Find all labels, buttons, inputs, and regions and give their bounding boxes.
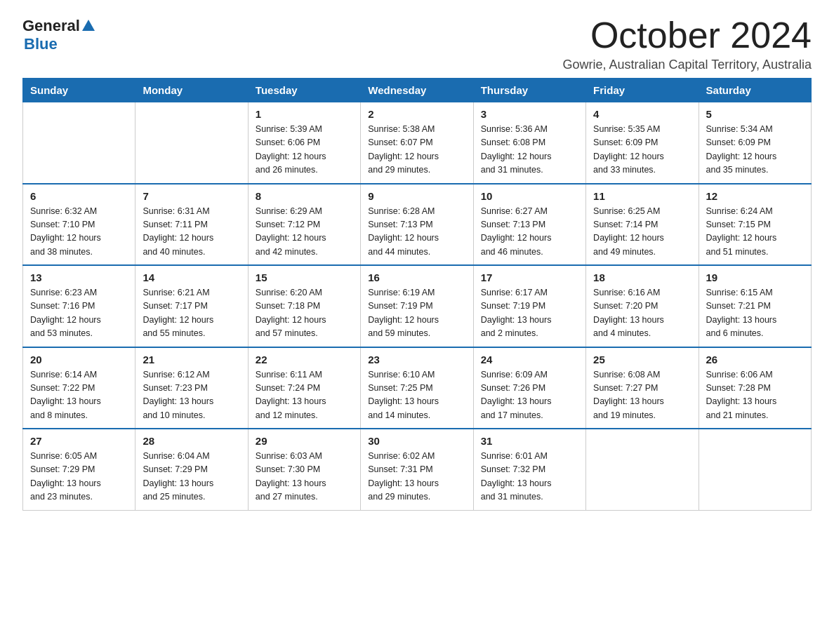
- calendar-day-cell: 25Sunrise: 6:08 AM Sunset: 7:27 PM Dayli…: [586, 347, 699, 429]
- day-number: 22: [256, 354, 353, 365]
- day-number: 25: [593, 354, 691, 365]
- day-of-week-header: Wednesday: [361, 79, 473, 102]
- day-info: Sunrise: 6:03 AM Sunset: 7:30 PM Dayligh…: [256, 450, 353, 504]
- calendar-day-cell: 22Sunrise: 6:11 AM Sunset: 7:24 PM Dayli…: [248, 347, 360, 429]
- calendar-day-cell: [699, 429, 811, 510]
- calendar-day-cell: 17Sunrise: 6:17 AM Sunset: 7:19 PM Dayli…: [473, 265, 585, 347]
- logo-general-text: General: [22, 17, 80, 35]
- day-number: 21: [143, 354, 240, 365]
- day-info: Sunrise: 6:29 AM Sunset: 7:12 PM Dayligh…: [256, 205, 353, 260]
- day-info: Sunrise: 5:34 AM Sunset: 6:09 PM Dayligh…: [706, 123, 804, 177]
- day-info: Sunrise: 6:01 AM Sunset: 7:32 PM Dayligh…: [481, 450, 578, 504]
- day-number: 24: [481, 354, 578, 365]
- day-of-week-header: Sunday: [23, 79, 135, 102]
- day-number: 20: [30, 354, 128, 365]
- day-number: 30: [368, 435, 465, 447]
- month-title: October 2024: [563, 17, 812, 53]
- day-number: 15: [256, 271, 353, 283]
- calendar-day-cell: 31Sunrise: 6:01 AM Sunset: 7:32 PM Dayli…: [473, 429, 585, 510]
- day-info: Sunrise: 6:14 AM Sunset: 7:22 PM Dayligh…: [30, 368, 128, 423]
- calendar-day-cell: 27Sunrise: 6:05 AM Sunset: 7:29 PM Dayli…: [23, 429, 135, 510]
- day-info: Sunrise: 6:09 AM Sunset: 7:26 PM Dayligh…: [481, 368, 578, 423]
- page-header: General Blue October 2024 Gowrie, Austra…: [22, 17, 812, 72]
- calendar-day-cell: 24Sunrise: 6:09 AM Sunset: 7:26 PM Dayli…: [473, 347, 585, 429]
- day-number: 31: [481, 435, 578, 447]
- day-of-week-header: Saturday: [699, 79, 811, 102]
- calendar-day-cell: 5Sunrise: 5:34 AM Sunset: 6:09 PM Daylig…: [699, 102, 811, 184]
- calendar-table: SundayMondayTuesdayWednesdayThursdayFrid…: [22, 78, 812, 511]
- day-number: 28: [143, 435, 240, 447]
- day-info: Sunrise: 6:25 AM Sunset: 7:14 PM Dayligh…: [593, 205, 691, 260]
- day-number: 7: [143, 190, 240, 202]
- calendar-day-cell: 6Sunrise: 6:32 AM Sunset: 7:10 PM Daylig…: [23, 184, 135, 266]
- calendar-day-cell: 8Sunrise: 6:29 AM Sunset: 7:12 PM Daylig…: [248, 184, 360, 266]
- calendar-day-cell: 16Sunrise: 6:19 AM Sunset: 7:19 PM Dayli…: [361, 265, 473, 347]
- day-number: 8: [256, 190, 353, 202]
- day-info: Sunrise: 6:17 AM Sunset: 7:19 PM Dayligh…: [481, 286, 578, 341]
- day-info: Sunrise: 6:19 AM Sunset: 7:19 PM Dayligh…: [368, 286, 465, 341]
- day-number: 12: [706, 190, 804, 202]
- day-number: 13: [30, 271, 128, 283]
- day-info: Sunrise: 5:39 AM Sunset: 6:06 PM Dayligh…: [256, 123, 353, 177]
- day-info: Sunrise: 6:31 AM Sunset: 7:11 PM Dayligh…: [143, 205, 240, 260]
- day-info: Sunrise: 6:24 AM Sunset: 7:15 PM Dayligh…: [706, 205, 804, 260]
- calendar-day-cell: 11Sunrise: 6:25 AM Sunset: 7:14 PM Dayli…: [586, 184, 699, 266]
- day-of-week-header: Thursday: [473, 79, 585, 102]
- day-info: Sunrise: 6:08 AM Sunset: 7:27 PM Dayligh…: [593, 368, 691, 423]
- svg-marker-0: [82, 20, 95, 31]
- day-info: Sunrise: 6:15 AM Sunset: 7:21 PM Dayligh…: [706, 286, 804, 341]
- day-number: 16: [368, 271, 465, 283]
- calendar-week-row: 13Sunrise: 6:23 AM Sunset: 7:16 PM Dayli…: [23, 265, 812, 347]
- calendar-day-cell: 26Sunrise: 6:06 AM Sunset: 7:28 PM Dayli…: [699, 347, 811, 429]
- calendar-day-cell: 4Sunrise: 5:35 AM Sunset: 6:09 PM Daylig…: [586, 102, 699, 184]
- calendar-day-cell: 15Sunrise: 6:20 AM Sunset: 7:18 PM Dayli…: [248, 265, 360, 347]
- calendar-day-cell: 3Sunrise: 5:36 AM Sunset: 6:08 PM Daylig…: [473, 102, 585, 184]
- calendar-day-cell: 18Sunrise: 6:16 AM Sunset: 7:20 PM Dayli…: [586, 265, 699, 347]
- day-of-week-header: Tuesday: [248, 79, 360, 102]
- calendar-day-cell: 23Sunrise: 6:10 AM Sunset: 7:25 PM Dayli…: [361, 347, 473, 429]
- day-info: Sunrise: 6:04 AM Sunset: 7:29 PM Dayligh…: [143, 450, 240, 504]
- day-number: 23: [368, 354, 465, 365]
- calendar-day-cell: [23, 102, 135, 184]
- day-info: Sunrise: 5:38 AM Sunset: 6:07 PM Dayligh…: [368, 123, 465, 177]
- day-number: 26: [706, 354, 804, 365]
- day-info: Sunrise: 6:32 AM Sunset: 7:10 PM Dayligh…: [30, 205, 128, 260]
- calendar-day-cell: 9Sunrise: 6:28 AM Sunset: 7:13 PM Daylig…: [361, 184, 473, 266]
- logo-blue-text: Blue: [24, 35, 58, 53]
- calendar-header-row: SundayMondayTuesdayWednesdayThursdayFrid…: [23, 79, 812, 102]
- day-info: Sunrise: 5:35 AM Sunset: 6:09 PM Dayligh…: [593, 123, 691, 177]
- day-info: Sunrise: 6:10 AM Sunset: 7:25 PM Dayligh…: [368, 368, 465, 423]
- day-number: 6: [30, 190, 128, 202]
- day-number: 11: [593, 190, 691, 202]
- day-number: 18: [593, 271, 691, 283]
- calendar-day-cell: 19Sunrise: 6:15 AM Sunset: 7:21 PM Dayli…: [699, 265, 811, 347]
- day-info: Sunrise: 6:11 AM Sunset: 7:24 PM Dayligh…: [256, 368, 353, 423]
- day-number: 14: [143, 271, 240, 283]
- day-of-week-header: Monday: [135, 79, 248, 102]
- day-number: 2: [368, 108, 465, 120]
- calendar-day-cell: 12Sunrise: 6:24 AM Sunset: 7:15 PM Dayli…: [699, 184, 811, 266]
- calendar-day-cell: 14Sunrise: 6:21 AM Sunset: 7:17 PM Dayli…: [135, 265, 248, 347]
- day-info: Sunrise: 6:20 AM Sunset: 7:18 PM Dayligh…: [256, 286, 353, 341]
- day-info: Sunrise: 6:12 AM Sunset: 7:23 PM Dayligh…: [143, 368, 240, 423]
- calendar-day-cell: [586, 429, 699, 510]
- calendar-day-cell: 13Sunrise: 6:23 AM Sunset: 7:16 PM Dayli…: [23, 265, 135, 347]
- day-info: Sunrise: 6:23 AM Sunset: 7:16 PM Dayligh…: [30, 286, 128, 341]
- day-of-week-header: Friday: [586, 79, 699, 102]
- day-info: Sunrise: 6:21 AM Sunset: 7:17 PM Dayligh…: [143, 286, 240, 341]
- day-info: Sunrise: 6:28 AM Sunset: 7:13 PM Dayligh…: [368, 205, 465, 260]
- calendar-week-row: 27Sunrise: 6:05 AM Sunset: 7:29 PM Dayli…: [23, 429, 812, 510]
- calendar-day-cell: 20Sunrise: 6:14 AM Sunset: 7:22 PM Dayli…: [23, 347, 135, 429]
- day-number: 9: [368, 190, 465, 202]
- day-number: 29: [256, 435, 353, 447]
- calendar-week-row: 1Sunrise: 5:39 AM Sunset: 6:06 PM Daylig…: [23, 102, 812, 184]
- day-info: Sunrise: 6:27 AM Sunset: 7:13 PM Dayligh…: [481, 205, 578, 260]
- day-number: 17: [481, 271, 578, 283]
- calendar-day-cell: 21Sunrise: 6:12 AM Sunset: 7:23 PM Dayli…: [135, 347, 248, 429]
- day-number: 27: [30, 435, 128, 447]
- day-number: 19: [706, 271, 804, 283]
- subtitle: Gowrie, Australian Capital Territory, Au…: [563, 58, 812, 72]
- calendar-week-row: 6Sunrise: 6:32 AM Sunset: 7:10 PM Daylig…: [23, 184, 812, 266]
- calendar-day-cell: 29Sunrise: 6:03 AM Sunset: 7:30 PM Dayli…: [248, 429, 360, 510]
- day-info: Sunrise: 6:16 AM Sunset: 7:20 PM Dayligh…: [593, 286, 691, 341]
